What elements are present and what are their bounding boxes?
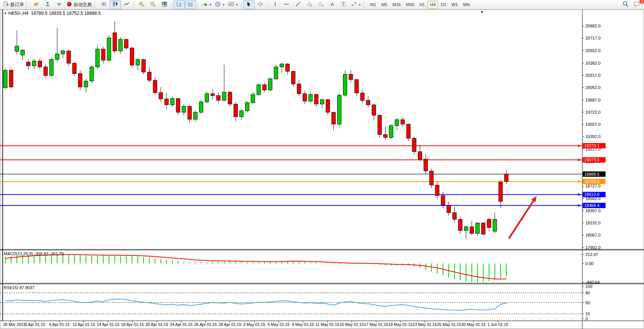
tf-h4-button[interactable]: H4: [427, 1, 438, 9]
date-label: 28 Apr 01:15: [218, 322, 241, 327]
zoom-out-button[interactable]: [147, 0, 159, 9]
candle: [326, 100, 330, 112]
vertical-line-icon: [272, 1, 278, 8]
vertical-line-button[interactable]: [269, 0, 281, 9]
axis-tick-label: 0.00: [585, 261, 593, 266]
trendline-icon: [295, 1, 301, 8]
price-tag-label: 18789.0: [584, 179, 599, 184]
candle: [188, 106, 191, 119]
signals-button[interactable]: [53, 0, 65, 9]
tf-h1-button[interactable]: H1: [417, 1, 427, 9]
candle: [268, 79, 272, 90]
toolbar-separator: [241, 1, 242, 8]
line-handle[interactable]: [578, 159, 580, 161]
candle: [430, 171, 434, 185]
candle: [3, 70, 7, 88]
svg-text:T: T: [342, 2, 344, 6]
price-tag-label: 18888.5: [584, 172, 599, 176]
chat-badge: 1: [639, 0, 644, 4]
zoom-in-button[interactable]: [136, 0, 147, 9]
candle: [193, 112, 197, 119]
horizontal-line-button[interactable]: [281, 0, 292, 9]
axis-tick-label: 50: [585, 300, 590, 305]
text-label-button[interactable]: T: [338, 0, 349, 9]
indicators-icon: [201, 1, 207, 8]
candle: [21, 50, 24, 55]
axis-tick-label: 18397.0: [585, 208, 601, 213]
text-button[interactable]: A: [327, 0, 338, 9]
candle: [49, 59, 53, 75]
cursor-button[interactable]: [243, 0, 255, 9]
tf-m15-button[interactable]: M15: [390, 1, 403, 9]
svg-text:A: A: [331, 2, 334, 7]
profile-button[interactable]: [42, 0, 53, 9]
candle: [395, 120, 399, 126]
auto-scroll-button[interactable]: [174, 0, 185, 9]
candle: [418, 152, 422, 159]
axis-tick-label: 20382.0: [585, 61, 601, 65]
candle: [73, 63, 77, 73]
periods-button[interactable]: ▼: [213, 0, 226, 9]
chart-canvas[interactable]: 20882.020717.020552.020382.020217.020052…: [0, 10, 644, 329]
tf-mn-button[interactable]: MN: [461, 1, 472, 9]
toolbar-grip: [94, 2, 97, 8]
crosshair-icon: [257, 1, 263, 8]
history-center-icon: [33, 1, 39, 8]
line-handle[interactable]: [578, 181, 580, 183]
candle: [476, 223, 480, 233]
timeframe-group: M1M5M15M30H1H4D1W1MN: [368, 1, 472, 9]
candle: [61, 51, 65, 54]
history-center-button[interactable]: [30, 0, 42, 9]
equidistant-channel-button[interactable]: E: [304, 0, 315, 9]
tf-w1-button[interactable]: W1: [449, 1, 461, 9]
chart-shift-icon: [188, 1, 194, 8]
tf-m30-button[interactable]: M30: [403, 1, 417, 9]
chart-shift-button[interactable]: [185, 0, 196, 9]
candle: [453, 213, 456, 219]
tf-m5-button[interactable]: M5: [379, 1, 390, 9]
autotrading-button[interactable]: 自动交易: [65, 0, 93, 9]
new-order-button[interactable]: 新订单: [2, 0, 26, 9]
arrows-button[interactable]: ▼: [349, 0, 363, 9]
candle: [107, 38, 111, 60]
tf-m1-button[interactable]: M1: [368, 1, 379, 9]
candle: [171, 99, 174, 105]
axis-tick-label: 100: [585, 284, 592, 289]
date-label: 5 May 01:15: [268, 322, 290, 327]
candle: [55, 54, 59, 60]
candlestick-chart-button[interactable]: [110, 0, 121, 9]
line-chart-button[interactable]: [121, 0, 132, 9]
bar-chart-button[interactable]: [98, 0, 110, 9]
line-handle[interactable]: [578, 194, 580, 195]
line-handle[interactable]: [578, 205, 580, 207]
trendline-button[interactable]: [292, 0, 304, 9]
candle: [263, 85, 266, 90]
new-order-label: 新订单: [10, 2, 24, 8]
price-tag-label: 18466.4: [584, 203, 599, 208]
candle: [239, 111, 243, 117]
search-button[interactable]: [620, 0, 631, 9]
indicators-button[interactable]: ▼: [200, 0, 213, 9]
tile-windows-button[interactable]: [159, 0, 170, 9]
templates-button[interactable]: ▼: [226, 0, 240, 9]
toolbar-separator: [268, 1, 268, 8]
axis-tick-label: 18067.0: [585, 233, 601, 237]
candle: [447, 205, 451, 213]
candle: [487, 219, 491, 228]
date-label: 14 Apr 01:15: [97, 322, 120, 327]
candle: [297, 84, 301, 94]
equidistant-channel-icon: E: [306, 1, 312, 8]
chat-button[interactable]: 1: [631, 0, 642, 9]
crosshair-button[interactable]: [255, 0, 266, 9]
tf-d1-button[interactable]: D1: [438, 1, 449, 9]
date-label: 12 Apr 01:15: [72, 322, 95, 327]
fibonacci-button[interactable]: F: [315, 0, 327, 9]
periods-icon: [215, 1, 221, 8]
axis-tick-label: 17902.0: [585, 245, 601, 250]
candle: [113, 33, 116, 51]
candle: [15, 46, 19, 51]
candle: [101, 49, 105, 60]
time-axis[interactable]: 30 Mar 20233 Apr 01:156 Apr 01:1512 Apr …: [3, 321, 509, 327]
candle: [32, 61, 36, 66]
line-handle[interactable]: [578, 145, 580, 147]
